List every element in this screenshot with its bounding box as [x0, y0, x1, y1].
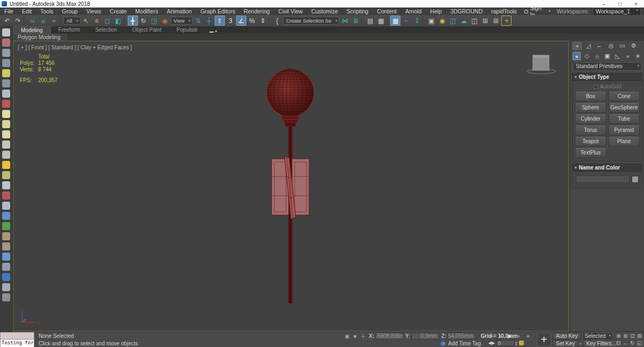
state-sets-icon[interactable]: ⊞: [480, 16, 490, 26]
yellow-dome-icon[interactable]: [2, 120, 10, 128]
select-and-scale-icon[interactable]: ◲: [149, 16, 159, 26]
menu-item[interactable]: Help: [426, 8, 447, 14]
select-by-name-icon[interactable]: ≡: [92, 16, 102, 26]
moon-icon[interactable]: [2, 90, 10, 98]
select-and-rotate-icon[interactable]: ↻: [138, 16, 149, 26]
frame-spinner[interactable]: ▴▾: [515, 341, 517, 346]
key-set-dropdown[interactable]: Selected: [582, 333, 613, 340]
tab-geometry[interactable]: ●: [573, 52, 581, 60]
window-crossing-icon[interactable]: ◧: [113, 16, 123, 26]
globe-icon[interactable]: [2, 212, 10, 220]
plants-icon[interactable]: [2, 222, 10, 230]
menu-item[interactable]: 3DGROUND: [446, 8, 487, 14]
transform-type-in-toggle[interactable]: ┼: [360, 333, 367, 339]
ribbon-tab[interactable]: Modeling: [13, 26, 51, 34]
previous-frame-button[interactable]: ‹: [496, 333, 505, 339]
menu-item[interactable]: Views: [82, 8, 106, 14]
ribbon-overflow-button[interactable]: ▬ ▾: [209, 29, 217, 34]
particles-icon[interactable]: [2, 181, 10, 189]
ribbon-tab[interactable]: Freeform: [51, 26, 88, 34]
script-red-icon[interactable]: [2, 39, 10, 47]
menu-item[interactable]: Arnold: [401, 8, 426, 14]
category-dropdown[interactable]: Standard Primitives: [573, 62, 642, 71]
teapot-gray-icon[interactable]: [2, 141, 10, 149]
lightbulb-icon[interactable]: [2, 69, 10, 77]
key-mode-icon[interactable]: [519, 341, 524, 345]
name-and-color-rollout-header[interactable]: ▾ Name and Color: [572, 164, 642, 172]
tab-create[interactable]: +: [573, 42, 582, 50]
scene-explorer-icon[interactable]: ▤: [365, 16, 375, 26]
yellow-box-icon[interactable]: [2, 110, 10, 118]
red-gear-icon[interactable]: [2, 100, 10, 108]
primitive-button[interactable]: Tube: [609, 114, 640, 124]
sun-icon[interactable]: [2, 161, 10, 169]
bird-icon[interactable]: [2, 232, 10, 240]
percent-snap-icon[interactable]: %: [247, 16, 257, 26]
menu-item[interactable]: Animation: [163, 8, 196, 14]
menu-item[interactable]: rapidTools: [487, 8, 521, 14]
orbit-button[interactable]: ↻: [629, 339, 636, 346]
blue-sphere-icon[interactable]: [2, 253, 10, 261]
add-time-tag[interactable]: ◷ Add Time Tag: [440, 341, 481, 346]
align-icon[interactable]: ≣: [350, 16, 361, 26]
layer-explorer-icon[interactable]: ▦: [376, 16, 386, 26]
menu-item[interactable]: Create: [106, 8, 131, 14]
viewport-front[interactable]: [ + ] [ Front ] [ Standard ] [ Clay + Ed…: [13, 41, 569, 331]
select-and-move-icon[interactable]: ╋: [128, 16, 138, 26]
zoom-region-button[interactable]: ⊟: [615, 339, 622, 346]
menu-item[interactable]: Tools: [36, 8, 58, 14]
material-editor-icon[interactable]: ◉: [437, 16, 447, 26]
script-grid-icon[interactable]: [2, 59, 10, 67]
olive-sphere-icon[interactable]: [2, 171, 10, 179]
autogrid-checkbox[interactable]: AutoGrid: [575, 84, 640, 90]
envelope-icon[interactable]: [2, 202, 10, 210]
sandbox-icon[interactable]: +: [501, 16, 511, 26]
script-window-icon[interactable]: [2, 49, 10, 57]
play-button[interactable]: ▶: [506, 333, 514, 339]
viewcube[interactable]: [526, 51, 557, 77]
mirror-icon[interactable]: ⋈: [340, 16, 350, 26]
redo-icon[interactable]: ↷: [13, 16, 23, 26]
select-and-place-icon[interactable]: ◉: [160, 16, 170, 26]
select-and-manipulate-icon[interactable]: ┼: [204, 16, 214, 26]
menu-item[interactable]: Edit: [18, 8, 36, 14]
maxscript-mini-listener[interactable]: Testing for :: [0, 332, 34, 347]
menu-item[interactable]: Scripting: [342, 8, 373, 14]
rectangular-selection-icon[interactable]: ◻: [103, 16, 113, 26]
selection-lock-toggle[interactable]: ■: [352, 333, 358, 339]
set-key-button[interactable]: Set Key: [553, 340, 578, 347]
isolate-selection-toggle[interactable]: ▣: [343, 333, 350, 339]
undo-icon[interactable]: ↶: [2, 16, 12, 26]
primitive-button[interactable]: Plane: [609, 137, 640, 146]
key-filters-button[interactable]: Key Filters...: [583, 340, 619, 347]
menu-item[interactable]: Civil View: [274, 8, 307, 14]
teapot-icon[interactable]: [2, 28, 10, 36]
maximize-viewport-button[interactable]: ◱: [636, 339, 643, 346]
tab-display[interactable]: ▭: [618, 42, 627, 50]
zoom-extents-all-button[interactable]: ⊞: [636, 333, 643, 339]
object-color-swatch[interactable]: [632, 176, 639, 183]
macro-recorder-pane[interactable]: [0, 332, 34, 339]
schematic-view-icon[interactable]: ↧: [412, 16, 422, 26]
primitive-button[interactable]: Sphere: [575, 103, 606, 113]
go-to-start-button[interactable]: «: [487, 333, 496, 339]
tab-cameras[interactable]: ▣: [603, 52, 611, 60]
primitive-button[interactable]: GeoSphere: [609, 103, 640, 113]
curve-editor-icon[interactable]: ∼: [401, 16, 411, 26]
clipboard-icon[interactable]: [2, 263, 10, 271]
snaps-toggle-icon[interactable]: 3: [225, 16, 236, 26]
key-step-toggle[interactable]: ◀▶: [487, 341, 496, 345]
select-and-link-icon[interactable]: ∞: [27, 16, 38, 26]
cone-gray-icon[interactable]: [2, 151, 10, 159]
polygon-modeling-panel[interactable]: Polygon Modeling: [13, 34, 67, 41]
red-blue-spheres-icon[interactable]: [2, 191, 10, 200]
reference-coordinate-dropdown[interactable]: View: [171, 17, 193, 25]
tab-systems[interactable]: ∗: [634, 52, 642, 60]
ribbon-toggle-icon[interactable]: ▦: [390, 16, 400, 26]
zoom-all-button[interactable]: ⊛: [622, 333, 629, 339]
tab-hierarchy[interactable]: ⌐: [595, 42, 604, 50]
document-icon[interactable]: [2, 283, 10, 291]
projector-icon[interactable]: [2, 79, 10, 87]
grid-pair-icon[interactable]: ⊞: [491, 16, 501, 26]
tab-helpers[interactable]: ◺: [613, 52, 621, 60]
